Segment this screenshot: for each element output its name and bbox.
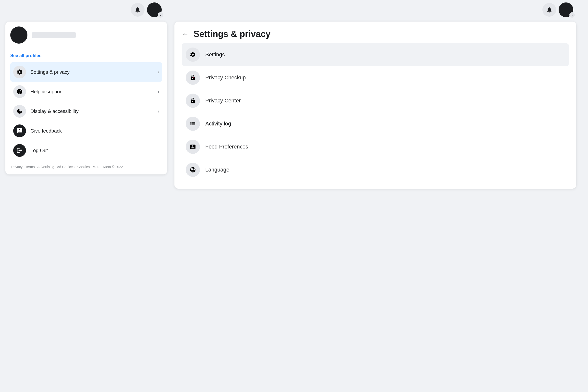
- sidebar-item-label-give-feedback: Give feedback: [30, 128, 159, 134]
- right-menu-label-feed-preferences: Feed Preferences: [205, 144, 248, 150]
- top-bar-left: ▾: [0, 0, 169, 20]
- profile-section: [10, 26, 162, 48]
- user-avatar-left[interactable]: ▾: [147, 2, 162, 17]
- left-panel: See all profiles Settings & privacy › He…: [6, 22, 167, 174]
- chevron-right-icon: ›: [158, 70, 159, 75]
- notification-bell-right[interactable]: [542, 3, 556, 17]
- user-avatar-right[interactable]: ▾: [558, 2, 573, 17]
- right-menu-item-privacy-center[interactable]: Privacy Center: [182, 89, 569, 112]
- back-button[interactable]: ←: [182, 30, 189, 38]
- right-menu-item-privacy-checkup[interactable]: Privacy Checkup: [182, 66, 569, 89]
- page-wrapper: ▾ ▾ See all profiles Settings & priva: [0, 0, 588, 392]
- see-all-profiles-link[interactable]: See all profiles: [10, 51, 162, 60]
- lock-heart-icon: [186, 70, 200, 85]
- footer-links: Privacy · Terms · Advertising · Ad Choic…: [10, 164, 162, 170]
- right-panel-header: ← Settings & privacy: [182, 29, 569, 39]
- page-title: Settings & privacy: [194, 29, 270, 39]
- right-menu-label-settings: Settings: [205, 52, 225, 58]
- avatar: [10, 26, 28, 44]
- top-bar-right: ▾: [294, 0, 588, 20]
- right-menu-label-activity-log: Activity log: [205, 120, 231, 127]
- sidebar-item-display-accessibility[interactable]: Display & accessibility ›: [10, 102, 162, 121]
- gear-icon: [13, 66, 26, 78]
- feedback-icon: [13, 124, 26, 137]
- moon-icon: [13, 105, 26, 118]
- right-menu-item-activity-log[interactable]: Activity log: [182, 112, 569, 135]
- profile-name: [32, 32, 76, 38]
- sidebar-item-settings-privacy[interactable]: Settings & privacy ›: [10, 62, 162, 82]
- sidebar-item-label-settings-privacy: Settings & privacy: [30, 69, 153, 75]
- right-menu-item-feed-preferences[interactable]: Feed Preferences: [182, 135, 569, 158]
- question-icon: [13, 85, 26, 98]
- sidebar-item-log-out[interactable]: Log Out: [10, 141, 162, 160]
- notification-bell-left[interactable]: [131, 3, 144, 17]
- right-menu-item-settings[interactable]: Settings: [182, 43, 569, 66]
- lock-icon: [186, 94, 200, 108]
- avatar-chevron-left: ▾: [158, 12, 163, 18]
- sidebar-item-label-log-out: Log Out: [30, 148, 159, 153]
- chevron-right-icon: ›: [158, 89, 159, 94]
- right-menu-item-language[interactable]: Language: [182, 158, 569, 181]
- chevron-right-icon: ›: [158, 109, 159, 114]
- svg-point-0: [193, 77, 194, 78]
- list-icon: [186, 116, 200, 131]
- gear-icon: [186, 48, 200, 62]
- sidebar-item-give-feedback[interactable]: Give feedback: [10, 121, 162, 141]
- right-menu-label-privacy-center: Privacy Center: [205, 98, 240, 104]
- avatar-chevron-right: ▾: [570, 12, 575, 18]
- right-panel: ← Settings & privacy Settings Privacy Ch…: [174, 22, 576, 189]
- sidebar-item-label-help-support: Help & support: [30, 89, 153, 94]
- logout-icon: [13, 144, 26, 157]
- right-menu-label-privacy-checkup: Privacy Checkup: [205, 74, 246, 81]
- feed-icon: [186, 140, 200, 154]
- right-menu-label-language: Language: [205, 166, 229, 173]
- sidebar-item-label-display-accessibility: Display & accessibility: [30, 108, 153, 114]
- sidebar-item-help-support[interactable]: Help & support ›: [10, 82, 162, 102]
- globe-icon: [186, 163, 200, 177]
